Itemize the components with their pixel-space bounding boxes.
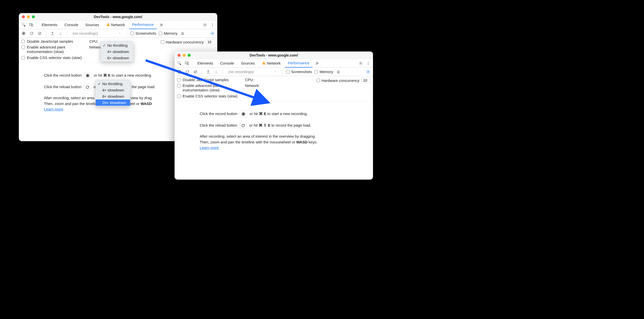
tab-label: Elements [42,23,58,27]
throttle-option[interactable]: 4× slowdown [96,87,130,93]
clear-button[interactable] [37,31,42,36]
record-button[interactable] [21,31,26,36]
capture-settings-gear-icon[interactable] [210,31,215,36]
advanced-paint-checkbox[interactable]: Enable advanced paintinstrumentation (sl… [177,83,237,92]
close-button[interactable] [22,15,25,18]
svg-rect-3 [108,24,108,25]
memory-checkbox[interactable]: Memory [159,31,177,35]
tab-performance[interactable]: Performance [285,59,312,68]
separator [46,31,46,36]
minimize-button[interactable] [27,15,30,18]
reload-button-inline[interactable] [240,122,247,129]
tab-console[interactable]: Console [62,21,81,29]
svg-point-15 [87,75,88,76]
tab-performance[interactable]: Performance [129,21,157,29]
cpu-throttle-dropdown[interactable]: No throttling4× slowdown6× slowdown20× s… [95,80,130,107]
more-panels-icon[interactable] [158,22,164,28]
reload-record-button[interactable] [29,31,34,36]
upload-icon[interactable] [205,69,211,75]
separator [202,69,202,74]
disable-js-checkbox[interactable]: Disable JavaScript samples [21,39,82,43]
reload-button-inline[interactable] [84,84,91,91]
tab-network[interactable]: Network [103,21,128,29]
screenshots-checkbox[interactable]: Screenshots [286,70,312,74]
collect-garbage-icon[interactable] [180,31,185,36]
hardware-concurrency-checkbox[interactable]: Hardware concurrency [161,40,204,44]
css-selector-checkbox[interactable]: Enable CSS selector stats (slow) [21,56,82,60]
svg-point-26 [179,71,180,73]
device-icon[interactable] [184,60,190,67]
hardware-concurrency-input[interactable] [361,78,370,83]
instruction-area: Click the record button or hit ⌘ E to st… [175,101,373,163]
throttle-option[interactable]: 6× slowdown [96,93,130,99]
svg-point-31 [243,113,244,115]
svg-rect-20 [263,64,264,64]
throttle-option[interactable]: No throttling [96,81,130,87]
tab-elements[interactable]: Elements [194,59,216,68]
window-title: DevTools - www.google.com/ [94,15,142,19]
screenshots-checkbox[interactable]: Screenshots [130,31,156,35]
capture-settings-gear-icon[interactable] [365,69,371,75]
hardware-concurrency-input[interactable] [206,39,215,45]
warn-icon [262,61,266,66]
settings-gear-icon[interactable] [357,60,364,67]
throttle-option[interactable]: 4× slowdown [101,48,133,55]
learn-more-link[interactable]: Learn more [44,107,63,111]
download-icon [213,69,219,75]
traffic-lights [22,15,35,18]
css-selector-checkbox[interactable]: Enable CSS selector stats (slow) [177,94,237,98]
tab-sources[interactable]: Sources [82,21,102,29]
tab-sources[interactable]: Sources [238,59,258,68]
settings-gear-icon[interactable] [202,22,208,28]
reload-record-button[interactable] [185,69,190,75]
close-button[interactable] [178,54,181,57]
screenshots-label: Screenshots [291,70,312,74]
device-icon[interactable] [28,22,34,28]
cpu-throttle-dropdown[interactable]: No throttling4× slowdown6× slowdown [100,41,133,62]
minimize-button[interactable] [183,54,186,57]
recordings-dropdown[interactable]: (no recordings) [226,70,279,74]
separator [282,69,283,74]
separator [67,31,67,36]
advanced-paint-checkbox[interactable]: Enable advanced paintinstrumentation (sl… [21,45,82,54]
record-button-inline[interactable] [240,111,247,118]
hardware-concurrency-checkbox[interactable]: Hardware concurrency [316,78,359,83]
disable-js-checkbox[interactable]: Disable JavaScript samples [177,78,237,82]
record-button-inline[interactable] [84,72,91,79]
titlebar: DevTools - www.google.com/ [175,51,373,59]
learn-more-link[interactable]: Learn more [200,145,219,150]
zoom-button[interactable] [188,54,191,57]
memory-checkbox[interactable]: Memory [314,70,333,74]
hwcc-label: Hardware concurrency [166,40,204,44]
separator [36,22,37,27]
svg-point-23 [368,63,369,64]
reload-instruction: Click the reload button or hit ⌘ ⇧ E to … [200,122,365,129]
record-button[interactable] [177,69,182,75]
svg-point-6 [212,23,213,24]
tab-label: Performance [132,22,154,27]
recordings-placeholder: (no recordings) [73,31,98,35]
warn-icon [106,23,110,27]
kebab-menu-icon[interactable] [209,22,216,28]
tab-elements[interactable]: Elements [39,21,61,29]
zoom-button[interactable] [32,15,35,18]
inspect-icon[interactable] [176,60,183,67]
tab-console[interactable]: Console [217,59,237,68]
recordings-placeholder: (no recordings) [228,70,254,74]
separator [192,61,192,66]
recordings-dropdown[interactable]: (no recordings) [71,31,123,35]
more-panels-icon[interactable] [313,60,320,67]
memory-label: Memory [164,31,177,35]
tab-network[interactable]: Network [259,59,284,68]
download-icon [58,31,63,36]
collect-garbage-icon[interactable] [336,69,341,75]
traffic-lights [178,54,191,57]
throttle-option[interactable]: 6× slowdown [101,55,133,61]
clear-button[interactable] [193,69,198,75]
throttle-option[interactable]: No throttling [101,42,133,48]
upload-icon[interactable] [50,31,55,36]
kebab-menu-icon[interactable] [365,60,371,67]
throttle-option[interactable]: 20× slowdown [96,99,130,106]
tab-label: Network [267,61,281,65]
inspect-icon[interactable] [20,22,27,28]
